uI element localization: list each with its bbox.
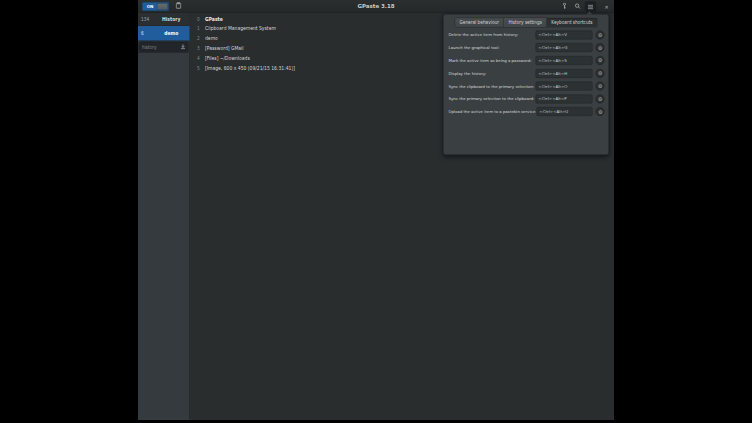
- history-row-default[interactable]: 134 History: [138, 13, 190, 26]
- new-history-value: history: [142, 44, 181, 49]
- tab-history-settings[interactable]: History settings: [504, 18, 547, 28]
- edit-shortcut-button[interactable]: ⚙: [596, 43, 605, 52]
- shortcut-value-field[interactable]: <Ctrl><Alt>P: [535, 94, 592, 103]
- shortcut-value-field[interactable]: <Ctrl><Alt>S: [535, 56, 592, 65]
- clipboard-button[interactable]: [173, 1, 184, 11]
- shortcut-row: Sync the primary selection to the clipbo…: [444, 92, 609, 105]
- item-text: [Files] ~/Downloads: [205, 56, 250, 61]
- edit-shortcut-button[interactable]: ⚙: [596, 82, 605, 91]
- shortcut-value-field[interactable]: <Ctrl><Alt>V: [535, 30, 592, 39]
- shortcut-label: Launch the graphical tool:: [449, 45, 536, 50]
- item-index: 4: [197, 56, 202, 61]
- item-text: demo: [205, 36, 218, 41]
- gear-icon: ⚙: [598, 58, 602, 64]
- item-text: GPaste: [205, 16, 223, 21]
- item-index: 3: [197, 46, 202, 51]
- gear-icon: ⚙: [598, 71, 602, 77]
- edit-shortcut-button[interactable]: ⚙: [596, 56, 605, 65]
- item-text: [Image, 600 x 450 (09/21/15 16:31:41)]: [205, 65, 295, 70]
- menu-icon: [588, 2, 594, 12]
- new-history-row: history: [138, 41, 190, 53]
- item-index: 5: [197, 65, 202, 70]
- histories-sidebar: 134 History 6 demo history: [138, 13, 190, 420]
- history-row-demo[interactable]: 6 demo: [138, 26, 190, 41]
- header-actions: ✕: [559, 0, 611, 13]
- shortcut-label: Sync the primary selection to the clipbo…: [449, 97, 536, 102]
- gear-icon: ⚙: [598, 83, 602, 89]
- switch-knob[interactable]: [157, 3, 168, 10]
- shortcut-value-field[interactable]: <Ctrl><Alt>O: [535, 82, 592, 91]
- shortcut-value-field[interactable]: <Ctrl><Alt>G: [535, 43, 592, 52]
- settings-tabs: General behaviour History settings Keybo…: [444, 18, 609, 28]
- shortcut-label: Sync the clipboard to the primary select…: [449, 84, 536, 89]
- shortcut-row: Display the history: <Ctrl><Alt>H ⚙: [444, 67, 609, 80]
- edit-shortcut-button[interactable]: ⚙: [596, 107, 605, 116]
- password-button[interactable]: [559, 2, 570, 12]
- headerbar: GPaste 3.18 ON: [138, 0, 614, 13]
- edit-shortcut-button[interactable]: ⚙: [596, 30, 605, 39]
- close-button[interactable]: ✕: [602, 2, 611, 11]
- shortcut-value-field[interactable]: <Ctrl><Alt>U: [536, 107, 592, 116]
- settings-popover: General behaviour History settings Keybo…: [443, 14, 609, 155]
- tab-keyboard-shortcuts[interactable]: Keyboard shortcuts: [547, 18, 598, 28]
- history-count-badge: 6: [138, 31, 153, 36]
- tab-general-behaviour[interactable]: General behaviour: [454, 18, 503, 28]
- save-history-icon[interactable]: [181, 42, 186, 52]
- switch-on-label: ON: [143, 2, 158, 10]
- menu-button[interactable]: [585, 2, 596, 12]
- gear-icon: ⚙: [598, 32, 602, 38]
- history-count-badge: 134: [138, 17, 153, 22]
- gear-icon: ⚙: [598, 96, 602, 102]
- key-icon: [562, 2, 568, 12]
- shortcut-value-field[interactable]: <Ctrl><Alt>H: [535, 69, 592, 78]
- gpaste-window: GPaste 3.18 ON: [138, 0, 614, 420]
- item-index: 2: [197, 36, 202, 41]
- search-button[interactable]: [572, 2, 583, 12]
- shortcuts-list: Delete the active item from history: <Ct…: [444, 29, 609, 119]
- window-title: GPaste 3.18: [138, 0, 614, 13]
- search-icon: [574, 2, 581, 12]
- history-name: demo: [153, 31, 190, 36]
- shortcut-label: Mark the active item as being a password…: [449, 58, 536, 63]
- screen: GPaste 3.18 ON: [0, 0, 752, 423]
- shortcut-row: Upload the active item to a pastebin ser…: [444, 105, 609, 118]
- gear-icon: ⚙: [598, 45, 602, 51]
- clipboard-icon: [176, 2, 182, 12]
- shortcut-label: Delete the active item from history:: [449, 33, 536, 38]
- edit-shortcut-button[interactable]: ⚙: [596, 69, 605, 78]
- shortcut-row: Mark the active item as being a password…: [444, 54, 609, 67]
- shortcut-label: Upload the active item to a pastebin ser…: [449, 109, 537, 114]
- item-text: Clipboard Management System: [205, 26, 276, 31]
- item-index: 1: [197, 26, 202, 31]
- tracking-switch[interactable]: ON: [142, 2, 169, 11]
- shortcut-row: Sync the clipboard to the primary select…: [444, 80, 609, 93]
- gear-icon: ⚙: [598, 109, 602, 115]
- shortcut-row: Delete the active item from history: <Ct…: [444, 29, 609, 42]
- item-text: [Password] GMail: [205, 46, 244, 51]
- new-history-input[interactable]: history: [140, 42, 189, 52]
- edit-shortcut-button[interactable]: ⚙: [596, 94, 605, 103]
- shortcut-label: Display the history:: [449, 71, 536, 76]
- shortcut-row: Launch the graphical tool: <Ctrl><Alt>G …: [444, 41, 609, 54]
- item-index: 0: [197, 16, 202, 21]
- popover-arrow: [587, 12, 593, 15]
- history-name: History: [153, 17, 190, 22]
- close-icon: ✕: [604, 4, 608, 10]
